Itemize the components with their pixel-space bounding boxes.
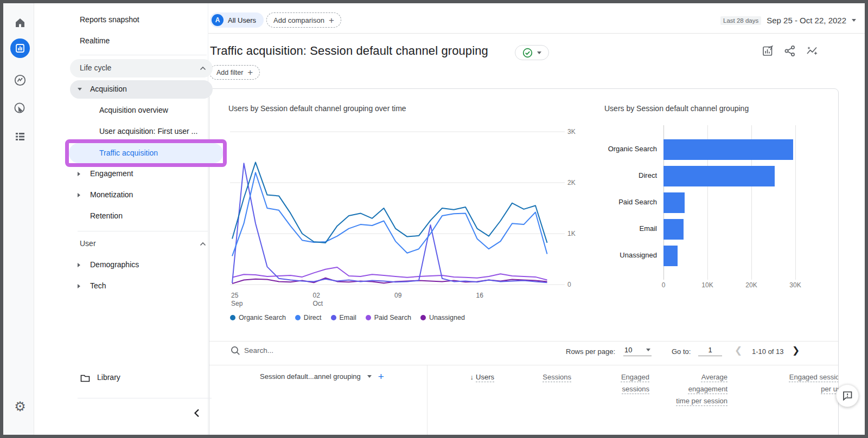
rows-per-page-select[interactable]: 10 xyxy=(623,346,652,356)
bar-paid-search[interactable] xyxy=(663,192,685,213)
chart-legend: Organic SearchDirectEmailPaid SearchUnas… xyxy=(230,314,465,321)
column-separator xyxy=(427,365,427,438)
share-icon[interactable] xyxy=(783,44,796,57)
chevron-up-icon xyxy=(200,66,206,70)
x-tick-label: 20K xyxy=(739,281,763,289)
bar-category-label: Organic Search xyxy=(584,145,657,153)
nav-user-acquisition[interactable]: User acquisition: First user ... xyxy=(99,127,197,136)
admin-gear-icon[interactable]: ⚙ xyxy=(11,398,29,415)
nav-acquisition-overview[interactable]: Acquisition overview xyxy=(99,106,168,114)
explore-icon[interactable] xyxy=(11,72,29,89)
add-dimension-icon[interactable]: + xyxy=(378,371,384,382)
check-circle-icon xyxy=(522,48,533,58)
legend-label: Direct xyxy=(304,314,322,321)
column-header-label: Sessions xyxy=(542,373,571,381)
nav-section-user[interactable]: User xyxy=(80,239,96,248)
highlight-box xyxy=(65,139,227,167)
goto-page-input[interactable]: 1 xyxy=(698,346,722,356)
column-header-engaged-sessions[interactable]: Engaged sessions xyxy=(606,371,649,395)
data-quality-badge[interactable] xyxy=(515,45,549,60)
legend-dot-icon xyxy=(230,315,235,320)
line-chart-title: Users by Session default channel groupin… xyxy=(228,104,406,113)
x-tick-label: 09 xyxy=(394,292,401,300)
advertising-icon[interactable] xyxy=(11,100,29,117)
nav-demographics[interactable]: Demographics xyxy=(90,260,139,269)
line-series-direct[interactable] xyxy=(232,172,547,256)
legend-item-email: Email xyxy=(331,314,356,321)
feedback-button[interactable] xyxy=(836,384,859,407)
add-comparison-button[interactable]: Add comparison + xyxy=(266,12,341,28)
line-series-email[interactable] xyxy=(232,163,547,283)
bar-unassigned[interactable] xyxy=(663,246,678,266)
prev-page-icon[interactable]: ❮ xyxy=(735,345,742,356)
legend-item-unassigned: Unassigned xyxy=(420,314,465,321)
nav-realtime[interactable]: Realtime xyxy=(80,36,110,45)
audience-chip-all-users[interactable]: A All Users xyxy=(210,12,264,28)
chevron-up-icon xyxy=(200,242,206,246)
column-header-sessions[interactable]: Sessions xyxy=(506,371,571,383)
goto-label: Go to: xyxy=(672,347,691,356)
chevron-down-icon xyxy=(367,375,372,378)
nav-section-life-cycle[interactable]: Life cycle xyxy=(70,59,213,78)
collapsed-arrow-icon xyxy=(78,172,80,176)
legend-dot-icon xyxy=(420,315,426,320)
expand-arrow-icon xyxy=(78,88,82,91)
nav-engagement[interactable]: Engagement xyxy=(90,169,133,178)
nav-acquisition[interactable]: Acquisition xyxy=(70,80,213,99)
column-header-engaged-sessions-per-user[interactable]: Engaged sessions per user xyxy=(784,371,839,395)
collapsed-arrow-icon xyxy=(78,263,80,267)
bar-category-label: Paid Search xyxy=(584,198,657,206)
divider xyxy=(209,341,838,342)
configure-icon[interactable] xyxy=(11,128,29,145)
column-header-average-engagement-time-per-session[interactable]: Average engagement time per session xyxy=(673,371,727,407)
bar-direct[interactable] xyxy=(663,166,775,186)
line-chart[interactable] xyxy=(230,125,565,286)
legend-label: Paid Search xyxy=(374,314,411,321)
nav-retention[interactable]: Retention xyxy=(90,211,123,220)
divider xyxy=(208,33,865,34)
page-title: Traffic acquisition: Session default cha… xyxy=(210,44,488,58)
chevron-down-icon xyxy=(646,349,650,351)
next-page-icon[interactable]: ❯ xyxy=(792,345,800,356)
audience-avatar: A xyxy=(212,14,224,26)
x-tick-label: 0 xyxy=(652,281,675,289)
column-header-users[interactable]: ↓Users xyxy=(429,371,494,383)
report-nav: Reports snapshot Realtime Life cycle Acq… xyxy=(34,3,208,435)
dimension-column-header[interactable]: Session default...annel grouping + xyxy=(260,371,384,382)
collapse-nav-icon[interactable] xyxy=(193,408,201,418)
collapsed-arrow-icon xyxy=(78,193,80,197)
home-icon[interactable] xyxy=(11,14,29,31)
search-icon xyxy=(230,345,241,356)
bar-category-label: Unassigned xyxy=(584,251,657,259)
y-tick-label: 0 xyxy=(567,281,571,288)
x-tick-label: 16 xyxy=(476,292,483,300)
report-card: Users by Session default channel groupin… xyxy=(209,88,839,438)
report-actions xyxy=(761,44,819,57)
legend-dot-icon xyxy=(295,315,301,320)
nav-tech[interactable]: Tech xyxy=(90,281,106,290)
rows-per-page-label: Rows per page: xyxy=(566,347,615,356)
add-filter-button[interactable]: Add filter + xyxy=(209,65,260,80)
column-header-label: Engaged sessions xyxy=(621,373,649,393)
reports-icon[interactable] xyxy=(10,38,30,58)
nav-reports-snapshot[interactable]: Reports snapshot xyxy=(80,15,139,24)
nav-monetization[interactable]: Monetization xyxy=(90,190,133,199)
collapsed-arrow-icon xyxy=(78,284,80,288)
date-range-picker[interactable]: Last 28 days Sep 25 - Oct 22, 2022 xyxy=(720,16,856,25)
column-header-label: Users xyxy=(476,373,494,381)
legend-dot-icon xyxy=(331,315,336,320)
column-header-label: Engaged sessions per user xyxy=(789,373,839,393)
insights-icon[interactable] xyxy=(806,44,819,57)
legend-item-organic-search: Organic Search xyxy=(230,314,286,321)
x-tick-label: 25Sep xyxy=(231,292,242,308)
search-input[interactable]: Search... xyxy=(244,346,273,355)
legend-dot-icon xyxy=(366,315,371,320)
nav-divider xyxy=(80,55,207,55)
bar-email[interactable] xyxy=(663,219,684,240)
gridline xyxy=(795,125,796,280)
nav-library[interactable]: Library xyxy=(97,373,120,382)
bar-organic-search[interactable] xyxy=(663,139,793,160)
divider xyxy=(209,365,838,365)
icon-rail: ⚙ xyxy=(3,3,34,435)
customize-report-icon[interactable] xyxy=(761,44,774,57)
